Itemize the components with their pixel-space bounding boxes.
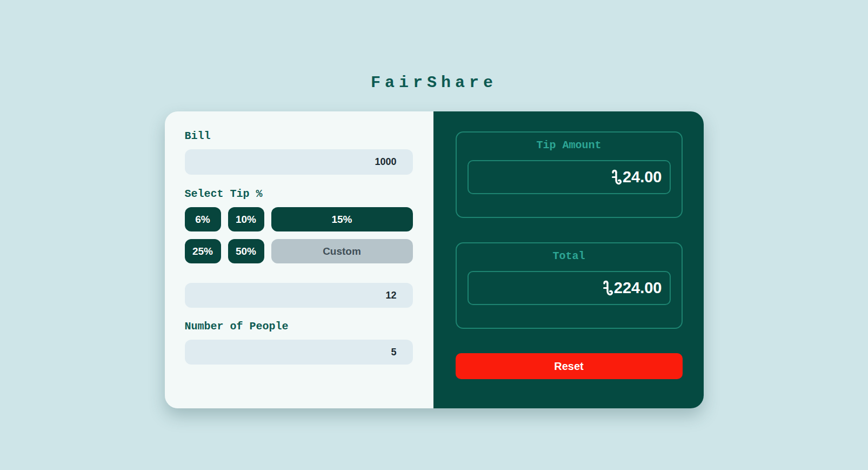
tip-amount-label: Tip Amount bbox=[468, 140, 671, 151]
tip-button-50[interactable]: 50% bbox=[228, 239, 264, 263]
tip-options-grid: 6% 10% 15% 25% 50% bbox=[185, 207, 413, 263]
total-label: Total bbox=[468, 250, 671, 262]
taka-currency-icon bbox=[611, 169, 622, 186]
total-box: Total 224.00 bbox=[456, 242, 683, 329]
reset-button[interactable]: Reset bbox=[456, 353, 683, 379]
app-title: FairShare bbox=[371, 74, 497, 92]
custom-tip-button[interactable] bbox=[271, 239, 413, 263]
total-display: 224.00 bbox=[468, 271, 671, 305]
tip-button-6[interactable]: 6% bbox=[185, 207, 221, 231]
tip-amount-display: 24.00 bbox=[468, 160, 671, 194]
tip-amount-box: Tip Amount 24.00 bbox=[456, 131, 683, 218]
calculator-card: Bill Select Tip % 6% 10% 15% 25% 50% Num… bbox=[165, 111, 704, 408]
people-label: Number of People bbox=[185, 321, 413, 332]
page: FairShare Bill Select Tip % 6% 10% 15% 2… bbox=[0, 0, 868, 470]
tip-button-15[interactable]: 15% bbox=[271, 207, 413, 231]
inputs-panel: Bill Select Tip % 6% 10% 15% 25% 50% Num… bbox=[165, 111, 433, 408]
people-input[interactable] bbox=[185, 340, 413, 365]
taka-currency-icon bbox=[602, 280, 613, 296]
results-panel: Tip Amount 24.00 Total bbox=[433, 111, 704, 408]
custom-tip-percent-input[interactable] bbox=[185, 283, 413, 308]
tip-amount-value: 24.00 bbox=[623, 169, 662, 185]
total-value: 224.00 bbox=[614, 280, 662, 296]
bill-label: Bill bbox=[185, 131, 413, 142]
select-tip-label: Select Tip % bbox=[185, 189, 413, 200]
tip-button-10[interactable]: 10% bbox=[228, 207, 264, 231]
bill-input[interactable] bbox=[185, 149, 413, 175]
tip-button-25[interactable]: 25% bbox=[185, 239, 221, 263]
